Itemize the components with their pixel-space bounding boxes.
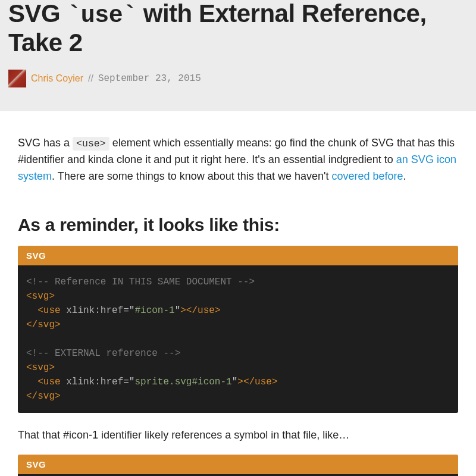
- section-heading-reminder: As a reminder, it looks like this:: [18, 215, 458, 235]
- code-tag: ></use>: [237, 377, 277, 387]
- author-avatar[interactable]: [8, 70, 26, 87]
- code-punct: ": [232, 377, 238, 387]
- intro-text: SVG has a: [18, 137, 73, 149]
- code-attr: xlink:href=: [61, 305, 129, 316]
- intro-text: . There are some things to know about th…: [52, 170, 331, 182]
- code-block-content: [18, 474, 458, 476]
- link-covered-before[interactable]: covered before: [331, 170, 403, 182]
- paragraph-2: That that #icon-1 identifier likely refe…: [18, 427, 458, 444]
- code-punct: ": [175, 305, 181, 316]
- intro-text: .: [403, 170, 406, 182]
- code-tag: </svg>: [26, 391, 61, 402]
- code-block-label: SVG: [18, 246, 458, 265]
- code-punct: ": [129, 377, 135, 387]
- code-tag: ></use>: [180, 305, 220, 316]
- title-text-pre: SVG: [8, 0, 67, 27]
- code-block-label: SVG: [18, 455, 458, 474]
- title-code: `use`: [67, 2, 136, 29]
- code-tag: <use: [37, 377, 60, 387]
- code-comment: <!-- Reference IN THIS SAME DOCUMENT -->: [26, 277, 255, 287]
- code-block-content: <!-- Reference IN THIS SAME DOCUMENT -->…: [18, 265, 458, 413]
- article-header: SVG `use` with External Reference, Take …: [0, 0, 476, 111]
- code-string: sprite.svg#icon-1: [134, 377, 231, 387]
- publish-date: September 23, 2015: [98, 73, 201, 84]
- code-tag: <svg>: [26, 362, 55, 373]
- code-comment: <!-- EXTERNAL reference -->: [26, 348, 180, 359]
- code-tag: <use: [37, 305, 60, 316]
- intro-paragraph: SVG has a <use> element which essentiall…: [18, 135, 458, 185]
- article-content: SVG has a <use> element which essentiall…: [0, 111, 476, 476]
- code-attr: xlink:href=: [61, 377, 129, 387]
- inline-code-use: <use>: [73, 137, 109, 151]
- code-tag: </svg>: [26, 320, 61, 330]
- code-string: #icon-1: [134, 305, 174, 316]
- code-block-2: SVG: [18, 455, 458, 476]
- code-tag: <svg>: [26, 291, 55, 302]
- code-block-1: SVG <!-- Reference IN THIS SAME DOCUMENT…: [18, 246, 458, 413]
- code-punct: ": [129, 305, 135, 316]
- byline: Chris Coyier // September 23, 2015: [8, 70, 468, 87]
- page-title: SVG `use` with External Reference, Take …: [8, 0, 468, 57]
- author-link[interactable]: Chris Coyier: [31, 73, 83, 84]
- byline-separator: //: [88, 73, 93, 84]
